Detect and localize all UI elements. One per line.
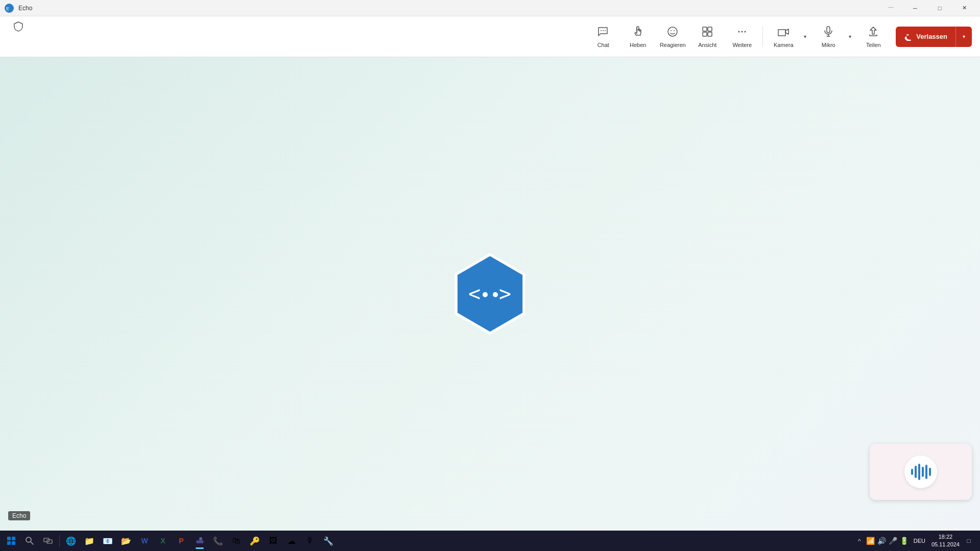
wave-bar-6 [929,468,931,476]
tray-wifi-icon[interactable]: 📶 [866,536,876,546]
taskbar-edge[interactable]: 🌐 [62,532,80,550]
chat-icon [597,26,609,40]
tray-sound-icon[interactable]: 🔊 [877,536,887,546]
taskbar-ppt[interactable]: P [172,532,190,550]
toolbar-chat-btn[interactable]: Chat [587,20,619,53]
svg-text:>: > [499,282,511,305]
main-content: < > Echo [0,57,980,531]
verlassen-main[interactable]: Verlassen [896,27,955,47]
toolbar-heben-btn[interactable]: Heben [622,20,654,53]
svg-point-2 [601,30,602,31]
svg-point-12 [738,31,740,32]
taskbar-keepass[interactable]: 🔑 [246,532,264,550]
taskbar-word[interactable]: W [135,532,154,550]
weitere-label: Weitere [732,42,752,48]
svg-rect-8 [703,27,707,31]
reagieren-icon [666,26,679,40]
shield-icon [8,16,29,37]
start-button[interactable] [2,532,20,550]
svg-point-30 [199,537,202,540]
toolbar-kamera-btn[interactable]: Kamera [767,20,800,53]
toolbar-teilen-btn[interactable]: Teilen [857,20,890,53]
tray-mic-icon[interactable]: 🎤 [888,536,898,546]
chat-label: Chat [597,42,609,48]
svg-rect-9 [708,27,712,31]
hex-icon: < > [467,281,513,307]
verlassen-dropdown-btn[interactable]: ▾ [955,27,972,47]
toolbar-separator-1 [762,27,763,47]
taskbar-excel[interactable]: X [154,532,172,550]
svg-rect-25 [12,541,15,545]
mikro-icon [822,26,834,40]
svg-rect-10 [703,32,707,36]
tray-notification-icon[interactable]: □ [964,536,974,546]
tray-clock[interactable]: 18:22 05.11.2024 [929,533,962,549]
ansicht-label: Ansicht [698,42,716,48]
echo-label: Echo [8,511,30,520]
svg-line-27 [31,542,33,544]
svg-point-3 [603,30,604,31]
titlebar-minimize-btn[interactable]: ─ [903,0,927,16]
taskbar-azure[interactable]: ☁ [282,532,301,550]
taskbar-search[interactable] [20,532,39,550]
svg-text:E: E [6,6,9,11]
tray-icons: ^ 📶 🔊 🎤 🔋 [854,536,910,546]
svg-point-6 [671,30,672,31]
tray-battery-icon[interactable]: 🔋 [899,536,910,546]
svg-rect-22 [7,537,11,540]
svg-rect-15 [827,27,830,33]
taskbar-devtools[interactable]: 🔧 [319,532,338,550]
svg-point-5 [668,27,677,36]
taskbar-files[interactable]: 📁 [80,532,99,550]
wave-bar-1 [911,469,913,475]
toolbar-weitere-btn[interactable]: Weitere [726,20,758,53]
titlebar-more-btn[interactable]: ⋯ [879,0,902,16]
verlassen-btn[interactable]: Verlassen ▾ [896,27,972,47]
app-title: Echo [18,5,32,12]
wave-bar-5 [925,465,927,479]
kamera-icon [777,26,790,40]
reagieren-label: Reagieren [660,42,686,48]
taskbar-outlook[interactable]: 📧 [99,532,117,550]
audio-card [870,444,972,500]
heben-icon [632,26,644,40]
taskbar-phone[interactable]: 📞 [209,532,227,550]
audio-wave-btn[interactable] [904,456,937,488]
heben-label: Heben [630,42,646,48]
svg-text:<: < [468,282,481,305]
clock-time: 18:22 [939,533,953,541]
toolbar: Chat Heben Reagieren [0,16,980,57]
taskbar-taskview[interactable] [39,532,57,550]
mikro-label: Mikro [822,42,835,48]
svg-point-13 [742,31,743,32]
teilen-label: Teilen [866,42,881,48]
wave-bar-2 [915,466,917,478]
taskbar: 🌐 📁 📧 📂 W X P 📞 🛍 🔑 🖼 ☁ 🎙 🔧 ^ 📶 🔊 🎤 🔋 DE… [0,531,980,551]
kamera-chevron-btn[interactable]: ▾ [800,20,810,53]
titlebar-maximize-btn[interactable]: □ [928,0,951,16]
kamera-label: Kamera [774,42,794,48]
hexagon-inner: < > [452,256,528,332]
toolbar-mikro-btn[interactable]: Mikro [812,20,845,53]
taskbar-photos[interactable]: 🖼 [264,532,282,550]
taskbar-store[interactable]: 🛍 [227,532,246,550]
taskbar-explorer[interactable]: 📂 [117,532,135,550]
svg-rect-11 [708,32,712,36]
wave-bar-3 [918,464,920,480]
mikro-chevron-btn[interactable]: ▾ [845,20,855,53]
center-logo: < > [444,248,536,340]
taskbar-teams[interactable] [190,532,209,550]
toolbar-reagieren-btn[interactable]: Reagieren [656,20,689,53]
svg-point-7 [674,30,675,31]
wave-bars [911,464,931,480]
toolbar-ansicht-btn[interactable]: Ansicht [691,20,724,53]
titlebar-controls: ⋯ ─ □ ✕ [879,0,976,16]
system-tray: ^ 📶 🔊 🎤 🔋 DEU 18:22 05.11.2024 □ [850,533,978,549]
taskbar-recorder[interactable]: 🎙 [301,532,319,550]
svg-rect-23 [12,537,15,540]
titlebar: E Echo ⋯ ─ □ ✕ [0,0,980,16]
tray-language: DEU [912,538,927,544]
tray-expand-btn[interactable]: ^ [854,536,865,546]
hexagon-container: < > [444,248,536,340]
titlebar-close-btn[interactable]: ✕ [952,0,976,16]
